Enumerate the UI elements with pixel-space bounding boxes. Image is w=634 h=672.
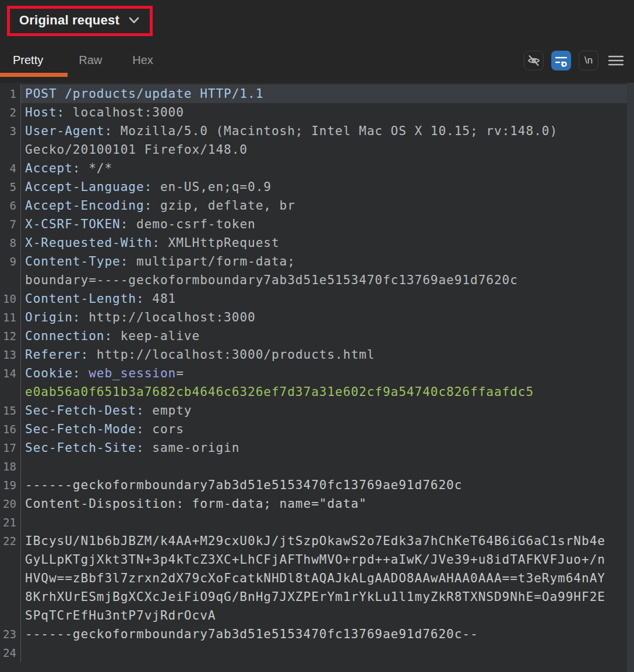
- code-segment: cors: [145, 422, 184, 436]
- tab-hex[interactable]: Hex: [117, 46, 168, 75]
- code-segment: 481: [145, 292, 177, 306]
- code-segment: boundary=----geckoformboundary7ab3d51e51…: [25, 273, 518, 287]
- code-row: 12Connection: keep-alive: [0, 327, 627, 345]
- code-line[interactable]: SPqTCrEfHu3ntP7vjRdrOcvA: [21, 606, 627, 625]
- code-line[interactable]: GyLLpKTgjXkt3TN+3p4kTcZ3XC+LhCFjAFThwMVO…: [21, 550, 627, 569]
- code-row: 22IBcysU/N1b6bJBZM/k4AA+M29cxU0kJ/jtSzpO…: [0, 532, 627, 550]
- code-segment: Content-Type:: [25, 254, 128, 268]
- code-row: Gecko/20100101 Firefox/148.0: [0, 140, 627, 159]
- vertical-scrollbar[interactable]: [627, 83, 634, 672]
- code-line[interactable]: ------geckoformboundary7ab3d51e5153470fc…: [21, 625, 627, 643]
- code-row: 14Cookie: web_session=: [0, 364, 627, 383]
- code-segment: Referer:: [25, 348, 89, 362]
- chevron-down-icon: [129, 17, 139, 24]
- request-editor[interactable]: 1POST /products/update HTTP/1.12Host: lo…: [0, 83, 634, 672]
- line-number: 23: [0, 625, 21, 643]
- code-segment: ------geckoformboundary7ab3d51e5153470fc…: [25, 478, 462, 492]
- hamburger-menu-icon: [608, 55, 624, 66]
- line-number: [0, 606, 21, 625]
- code-row: 15Sec-Fetch-Dest: empty: [0, 401, 627, 420]
- code-line[interactable]: X-Requested-With: XMLHttpRequest: [21, 234, 627, 252]
- code-line[interactable]: IBcysU/N1b6bJBZM/k4AA+M29cxU0kJ/jtSzpOka…: [21, 532, 627, 550]
- code-segment: 8KrhXUrESmjBgXCXcJeiFiO9qG/BnHg7JXZPErYm…: [25, 590, 605, 604]
- line-number: 5: [0, 178, 21, 196]
- code-row: 3User-Agent: Mozilla/5.0 (Macintosh; Int…: [0, 122, 627, 140]
- code-row: 19------geckoformboundary7ab3d51e5153470…: [0, 476, 627, 494]
- hide-nonprintable-button[interactable]: [524, 51, 544, 70]
- code-row: 5Accept-Language: en-US,en;q=0.9: [0, 178, 627, 196]
- editor-menu-button[interactable]: [606, 51, 626, 70]
- code-line[interactable]: Content-Length: 481: [21, 289, 627, 308]
- line-number: 1: [0, 84, 21, 103]
- code-line[interactable]: Connection: keep-alive: [21, 327, 627, 345]
- code-line[interactable]: Sec-Fetch-Site: same-origin: [21, 438, 627, 457]
- line-number: 17: [0, 438, 21, 457]
- code-rows: 1POST /products/update HTTP/1.12Host: lo…: [0, 84, 627, 662]
- code-segment: POST /products/update HTTP/1.1: [25, 87, 263, 101]
- code-line[interactable]: [21, 513, 627, 532]
- line-number: 11: [0, 308, 21, 327]
- code-segment: =: [176, 366, 184, 380]
- code-line[interactable]: Gecko/20100101 Firefox/148.0: [21, 140, 627, 159]
- code-segment: http://localhost:3000/products.html: [89, 348, 375, 362]
- code-line[interactable]: [21, 643, 627, 662]
- code-line[interactable]: e0ab56a0f651b3a7682cb4646c6326ef7d37a31e…: [21, 383, 627, 401]
- request-selector-dropdown[interactable]: Original request: [7, 6, 153, 36]
- code-line[interactable]: ------geckoformboundary7ab3d51e5153470fc…: [21, 476, 627, 494]
- code-line[interactable]: boundary=----geckoformboundary7ab3d51e51…: [21, 271, 627, 289]
- code-row: boundary=----geckoformboundary7ab3d51e51…: [0, 271, 627, 289]
- line-number: 3: [0, 122, 21, 140]
- code-line[interactable]: 8KrhXUrESmjBgXCXcJeiFiO9qG/BnHg7JXZPErYm…: [21, 588, 627, 606]
- line-number: 4: [0, 159, 21, 178]
- code-row: GyLLpKTgjXkt3TN+3p4kTcZ3XC+LhCFjAFThwMVO…: [0, 550, 627, 569]
- code-line[interactable]: Origin: http://localhost:3000: [21, 308, 627, 327]
- code-row: 16Sec-Fetch-Mode: cors: [0, 420, 627, 438]
- code-line[interactable]: [21, 457, 627, 476]
- code-line[interactable]: Accept-Language: en-US,en;q=0.9: [21, 178, 627, 196]
- request-selector-label: Original request: [19, 13, 119, 28]
- code-line[interactable]: POST /products/update HTTP/1.1: [21, 84, 627, 103]
- code-row: 2Host: localhost:3000: [0, 103, 627, 122]
- line-number: 2: [0, 103, 21, 122]
- code-segment: Mozilla/5.0 (Macintosh; Intel Mac OS X 1…: [112, 124, 558, 138]
- code-segment: HVQw==zBbf3l7zrxn2dX79cXoFcatkNHDl8tAQAJ…: [25, 571, 605, 585]
- code-line[interactable]: Host: localhost:3000: [21, 103, 627, 122]
- code-line[interactable]: Content-Disposition: form-data; name="da…: [21, 494, 627, 513]
- line-number: [0, 550, 21, 569]
- code-segment: Host:: [25, 105, 65, 119]
- code-segment: http://localhost:3000: [81, 310, 256, 324]
- code-line[interactable]: Accept: */*: [21, 159, 627, 178]
- code-segment: IBcysU/N1b6bJBZM/k4AA+M29cxU0kJ/jtSzpOka…: [25, 534, 605, 548]
- code-row: 18: [0, 457, 627, 476]
- code-line[interactable]: Content-Type: multipart/form-data;: [21, 252, 627, 271]
- code-segment: empty: [145, 404, 192, 418]
- code-row: 1POST /products/update HTTP/1.1: [0, 84, 627, 103]
- code-row: 13Referer: http://localhost:3000/product…: [0, 345, 627, 364]
- tab-raw[interactable]: Raw: [64, 46, 117, 75]
- code-segment: localhost:3000: [65, 105, 184, 119]
- code-row: 20Content-Disposition: form-data; name="…: [0, 494, 627, 513]
- code-segment: [81, 366, 89, 380]
- code-line[interactable]: Cookie: web_session=: [21, 364, 627, 383]
- tab-pretty[interactable]: Pretty: [0, 46, 64, 75]
- code-line[interactable]: Referer: http://localhost:3000/products.…: [21, 345, 627, 364]
- code-segment: X-Requested-With:: [25, 236, 160, 250]
- code-segment: Content-Length:: [25, 292, 145, 306]
- line-number: 10: [0, 289, 21, 308]
- code-line[interactable]: Sec-Fetch-Dest: empty: [21, 401, 627, 420]
- code-line[interactable]: Sec-Fetch-Mode: cors: [21, 420, 627, 438]
- line-number: [0, 271, 21, 289]
- word-wrap-button[interactable]: [551, 51, 571, 70]
- code-row: 11Origin: http://localhost:3000: [0, 308, 627, 327]
- show-newlines-button[interactable]: \n: [579, 51, 598, 70]
- line-number: [0, 569, 21, 588]
- code-segment: demo-csrf-token: [128, 217, 255, 231]
- code-segment: XMLHttpRequest: [160, 236, 280, 250]
- code-segment: Accept:: [25, 161, 81, 175]
- code-line[interactable]: HVQw==zBbf3l7zrxn2dX79cXoFcatkNHDl8tAQAJ…: [21, 569, 627, 588]
- code-line[interactable]: X-CSRF-TOKEN: demo-csrf-token: [21, 215, 627, 234]
- code-line[interactable]: User-Agent: Mozilla/5.0 (Macintosh; Inte…: [21, 122, 627, 140]
- code-line[interactable]: Accept-Encoding: gzip, deflate, br: [21, 196, 627, 215]
- code-row: e0ab56a0f651b3a7682cb4646c6326ef7d37a31e…: [0, 383, 627, 401]
- code-segment: Content-Disposition: form-data; name="da…: [25, 497, 367, 511]
